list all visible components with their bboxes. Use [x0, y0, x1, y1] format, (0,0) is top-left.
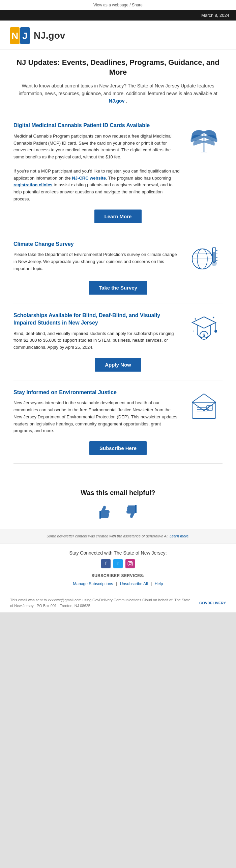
newsletter-intro: Want to know about current topics in New… — [14, 82, 222, 104]
registration-clinics-link[interactable]: registration clinics — [14, 182, 53, 187]
svg-text:✦: ✦ — [194, 317, 196, 321]
svg-text:N: N — [11, 31, 18, 41]
divider-5 — [14, 463, 222, 464]
divider-2 — [14, 232, 222, 232]
bottom-bar-text: This email was sent to xxxxxxx@gmail.com… — [10, 597, 194, 608]
header-date: March 8, 2024 — [201, 13, 229, 18]
govdelivery-logo-text: GOVDELIVERY — [199, 601, 226, 605]
learn-more-button[interactable]: Learn More — [95, 210, 142, 223]
subscriber-links: Manage Subscriptions | Unsubscribe All |… — [14, 581, 222, 586]
divider-4 — [14, 380, 222, 380]
thumbs-up-icon[interactable] — [96, 503, 113, 520]
environmental-btn-container: Subscribe Here — [14, 441, 222, 455]
svg-rect-34 — [128, 562, 132, 566]
thumbs-down-icon[interactable] — [123, 503, 140, 520]
view-webpage-link[interactable]: View as a webpage / Share — [94, 3, 142, 7]
ai-learn-more-link[interactable]: Learn more. — [169, 534, 189, 538]
govdelivery-logo: GOVDELIVERY — [199, 601, 226, 605]
section-environmental-text: Stay Informed on Environmental Justice N… — [14, 389, 180, 434]
section-climate: Climate Change Survey Please take the De… — [14, 241, 222, 294]
divider-1 — [14, 113, 222, 113]
section-scholarships-text: Scholarships Available for Blind, Deaf-B… — [14, 312, 180, 351]
ai-notice-text: Some newsletter content was created with… — [47, 534, 168, 538]
feedback-title: Was this email helpful? — [14, 489, 222, 497]
climate-btn-container: Take the Survey — [14, 281, 222, 294]
logo-text: NJ.gov — [34, 30, 65, 41]
facebook-icon[interactable]: f — [101, 559, 111, 568]
svg-rect-14 — [213, 252, 215, 263]
cannabis-title: Digital Medicinal Cannabis Patient ID Ca… — [14, 122, 180, 129]
cannabis-btn-container: Learn More — [14, 210, 222, 223]
sub-link-separator-2: | — [151, 582, 153, 586]
help-link[interactable]: Help — [155, 582, 163, 586]
subscriber-services-label: SUBSCRIBER SERVICES: — [14, 574, 222, 578]
scholarships-title: Scholarships Available for Blind, Deaf-B… — [14, 312, 180, 327]
section-climate-text: Climate Change Survey Please take the De… — [14, 241, 180, 272]
svg-point-35 — [129, 563, 131, 565]
feedback-section: Was this email helpful? — [0, 480, 236, 529]
climate-body: Please take the Department of Environmen… — [14, 251, 180, 272]
environmental-title: Stay Informed on Environmental Justice — [14, 389, 180, 396]
footer-stay-connected: Stay Connected with The State of New Jer… — [14, 550, 222, 556]
section-cannabis-text: Digital Medicinal Cannabis Patient ID Ca… — [14, 122, 180, 203]
ai-notice: Some newsletter content was created with… — [0, 529, 236, 543]
logo-section: N J NJ.gov — [0, 21, 236, 50]
svg-text:$: $ — [203, 333, 205, 338]
newsletter-intro-end: . — [126, 98, 127, 103]
svg-text:✦: ✦ — [212, 316, 215, 319]
svg-text:✦: ✦ — [192, 330, 194, 332]
scholarship-icon: $ ✦ ✦ ✦ — [185, 312, 222, 345]
svg-text:J: J — [22, 31, 28, 41]
environmental-body: New Jerseyans interested in the sustaina… — [14, 400, 180, 434]
newsletter-title: NJ Updates: Events, Deadlines, Programs,… — [14, 58, 222, 77]
main-content: NJ Updates: Events, Deadlines, Programs,… — [0, 50, 236, 480]
sub-link-separator-1: | — [116, 582, 118, 586]
manage-subscriptions-link[interactable]: Manage Subscriptions — [73, 582, 113, 586]
apply-now-button[interactable]: Apply Now — [95, 358, 141, 372]
climate-icon — [185, 241, 222, 274]
climate-title: Climate Change Survey — [14, 241, 180, 248]
unsubscribe-all-link[interactable]: Unsubscribe All — [120, 582, 148, 586]
take-survey-button[interactable]: Take the Survey — [89, 281, 147, 294]
svg-point-36 — [131, 562, 132, 563]
section-cannabis: Digital Medicinal Cannabis Patient ID Ca… — [14, 122, 222, 223]
feedback-icons — [14, 503, 222, 520]
twitter-icon[interactable]: t — [113, 559, 123, 568]
divider-3 — [14, 303, 222, 303]
nj-logo-icon: N J — [10, 27, 30, 44]
scholarships-btn-container: Apply Now — [14, 358, 222, 372]
section-environmental: Stay Informed on Environmental Justice N… — [14, 389, 222, 455]
subscribe-here-button[interactable]: Subscribe Here — [89, 441, 147, 455]
cannabis-body: Medicinal Cannabis Program participants … — [14, 133, 180, 203]
instagram-icon[interactable] — [125, 559, 135, 568]
cannabis-icon — [185, 122, 222, 155]
top-bar: View as a webpage / Share — [0, 0, 236, 10]
scholarships-body: Blind, deaf-blind, and visually impaired… — [14, 330, 180, 351]
newsletter-intro-text: Want to know about current topics in New… — [19, 83, 217, 96]
header-bar: March 8, 2024 — [0, 10, 236, 21]
bottom-bar: This email was sent to xxxxxxx@gmail.com… — [0, 593, 236, 612]
footer: Stay Connected with The State of New Jer… — [0, 543, 236, 593]
njgov-link[interactable]: NJ.gov — [109, 98, 125, 103]
social-icons: f t — [14, 559, 222, 568]
section-scholarships: Scholarships Available for Blind, Deaf-B… — [14, 312, 222, 372]
njcrc-link[interactable]: NJ-CRC website — [72, 176, 106, 181]
svg-point-21 — [215, 330, 217, 332]
newsletter-envelope-icon — [185, 389, 222, 423]
